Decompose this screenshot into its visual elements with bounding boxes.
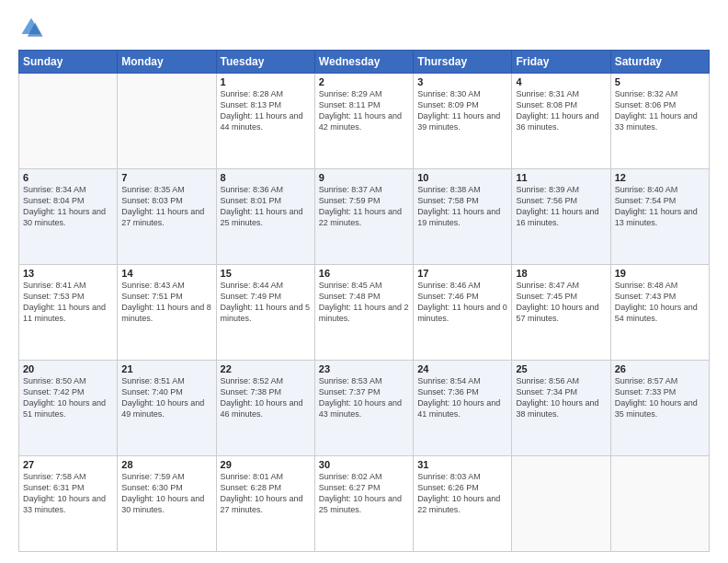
day-number: 3 — [417, 76, 507, 87]
calendar-week-row: 20Sunrise: 8:50 AM Sunset: 7:42 PM Dayli… — [19, 361, 710, 456]
day-info: Sunrise: 8:54 AM Sunset: 7:36 PM Dayligh… — [417, 375, 507, 420]
calendar-header-row: SundayMondayTuesdayWednesdayThursdayFrid… — [19, 51, 710, 74]
day-info: Sunrise: 8:46 AM Sunset: 7:46 PM Dayligh… — [417, 280, 507, 325]
calendar-day-header: Thursday — [414, 51, 512, 74]
calendar-cell: 20Sunrise: 8:50 AM Sunset: 7:42 PM Dayli… — [19, 361, 118, 456]
calendar-cell: 1Sunrise: 8:28 AM Sunset: 8:13 PM Daylig… — [216, 74, 314, 169]
calendar-cell: 15Sunrise: 8:44 AM Sunset: 7:49 PM Dayli… — [216, 265, 314, 361]
day-info: Sunrise: 8:34 AM Sunset: 8:04 PM Dayligh… — [23, 184, 113, 229]
calendar-week-row: 1Sunrise: 8:28 AM Sunset: 8:13 PM Daylig… — [19, 74, 710, 169]
day-info: Sunrise: 8:37 AM Sunset: 7:59 PM Dayligh… — [319, 184, 409, 229]
calendar-cell: 17Sunrise: 8:46 AM Sunset: 7:46 PM Dayli… — [414, 265, 512, 361]
day-info: Sunrise: 8:52 AM Sunset: 7:38 PM Dayligh… — [221, 375, 311, 420]
calendar-cell: 12Sunrise: 8:40 AM Sunset: 7:54 PM Dayli… — [610, 169, 709, 265]
day-number: 14 — [121, 268, 211, 279]
calendar-week-row: 6Sunrise: 8:34 AM Sunset: 8:04 PM Daylig… — [19, 169, 710, 265]
day-number: 1 — [221, 76, 311, 87]
day-number: 30 — [319, 459, 409, 470]
calendar-week-row: 27Sunrise: 7:58 AM Sunset: 6:31 PM Dayli… — [19, 456, 710, 552]
calendar-cell: 25Sunrise: 8:56 AM Sunset: 7:34 PM Dayli… — [512, 361, 610, 456]
day-info: Sunrise: 8:56 AM Sunset: 7:34 PM Dayligh… — [516, 375, 606, 420]
day-info: Sunrise: 8:32 AM Sunset: 8:06 PM Dayligh… — [615, 88, 705, 133]
day-number: 22 — [221, 363, 311, 374]
day-number: 9 — [319, 172, 409, 183]
calendar-cell: 3Sunrise: 8:30 AM Sunset: 8:09 PM Daylig… — [414, 74, 512, 169]
day-info: Sunrise: 7:59 AM Sunset: 6:30 PM Dayligh… — [121, 471, 211, 516]
day-number: 25 — [516, 363, 606, 374]
day-info: Sunrise: 8:50 AM Sunset: 7:42 PM Dayligh… — [23, 375, 113, 420]
day-number: 7 — [121, 172, 211, 183]
day-number: 12 — [615, 172, 705, 183]
calendar-day-header: Friday — [512, 51, 610, 74]
logo — [18, 15, 48, 40]
calendar-day-header: Saturday — [610, 51, 709, 74]
day-number: 19 — [615, 268, 705, 279]
calendar-cell: 2Sunrise: 8:29 AM Sunset: 8:11 PM Daylig… — [314, 74, 413, 169]
day-info: Sunrise: 8:43 AM Sunset: 7:51 PM Dayligh… — [121, 280, 211, 325]
day-number: 28 — [121, 459, 211, 470]
day-info: Sunrise: 8:38 AM Sunset: 7:58 PM Dayligh… — [417, 184, 507, 229]
day-number: 26 — [615, 363, 705, 374]
calendar-cell: 19Sunrise: 8:48 AM Sunset: 7:43 PM Dayli… — [610, 265, 709, 361]
day-number: 5 — [615, 76, 705, 87]
calendar-cell: 30Sunrise: 8:02 AM Sunset: 6:27 PM Dayli… — [314, 456, 413, 552]
day-info: Sunrise: 8:03 AM Sunset: 6:26 PM Dayligh… — [417, 471, 507, 516]
day-number: 20 — [23, 363, 113, 374]
day-number: 17 — [417, 268, 507, 279]
calendar-day-header: Tuesday — [216, 51, 314, 74]
day-number: 13 — [23, 268, 113, 279]
calendar-day-header: Monday — [118, 51, 216, 74]
day-number: 18 — [516, 268, 606, 279]
calendar-table: SundayMondayTuesdayWednesdayThursdayFrid… — [18, 50, 710, 552]
calendar-cell: 11Sunrise: 8:39 AM Sunset: 7:56 PM Dayli… — [512, 169, 610, 265]
day-info: Sunrise: 8:30 AM Sunset: 8:09 PM Dayligh… — [417, 88, 507, 133]
calendar-cell: 18Sunrise: 8:47 AM Sunset: 7:45 PM Dayli… — [512, 265, 610, 361]
day-info: Sunrise: 8:51 AM Sunset: 7:40 PM Dayligh… — [121, 375, 211, 420]
calendar-cell: 23Sunrise: 8:53 AM Sunset: 7:37 PM Dayli… — [314, 361, 413, 456]
day-number: 4 — [516, 76, 606, 87]
calendar-cell: 9Sunrise: 8:37 AM Sunset: 7:59 PM Daylig… — [314, 169, 413, 265]
day-info: Sunrise: 8:57 AM Sunset: 7:33 PM Dayligh… — [615, 375, 705, 420]
day-info: Sunrise: 8:02 AM Sunset: 6:27 PM Dayligh… — [319, 471, 409, 516]
calendar-cell: 6Sunrise: 8:34 AM Sunset: 8:04 PM Daylig… — [19, 169, 118, 265]
day-info: Sunrise: 8:01 AM Sunset: 6:28 PM Dayligh… — [221, 471, 311, 516]
calendar-cell: 22Sunrise: 8:52 AM Sunset: 7:38 PM Dayli… — [216, 361, 314, 456]
day-info: Sunrise: 8:36 AM Sunset: 8:01 PM Dayligh… — [221, 184, 311, 229]
day-info: Sunrise: 8:29 AM Sunset: 8:11 PM Dayligh… — [319, 88, 409, 133]
day-number: 31 — [417, 459, 507, 470]
day-number: 11 — [516, 172, 606, 183]
day-info: Sunrise: 8:31 AM Sunset: 8:08 PM Dayligh… — [516, 88, 606, 133]
day-number: 2 — [319, 76, 409, 87]
day-info: Sunrise: 8:39 AM Sunset: 7:56 PM Dayligh… — [516, 184, 606, 229]
calendar-cell — [118, 74, 216, 169]
calendar-cell: 21Sunrise: 8:51 AM Sunset: 7:40 PM Dayli… — [118, 361, 216, 456]
calendar-cell: 10Sunrise: 8:38 AM Sunset: 7:58 PM Dayli… — [414, 169, 512, 265]
calendar-cell: 26Sunrise: 8:57 AM Sunset: 7:33 PM Dayli… — [610, 361, 709, 456]
day-number: 10 — [417, 172, 507, 183]
logo-icon — [18, 15, 44, 40]
calendar-cell: 14Sunrise: 8:43 AM Sunset: 7:51 PM Dayli… — [118, 265, 216, 361]
day-number: 8 — [221, 172, 311, 183]
day-number: 15 — [221, 268, 311, 279]
day-info: Sunrise: 8:45 AM Sunset: 7:48 PM Dayligh… — [319, 280, 409, 325]
day-info: Sunrise: 7:58 AM Sunset: 6:31 PM Dayligh… — [23, 471, 113, 516]
day-info: Sunrise: 8:47 AM Sunset: 7:45 PM Dayligh… — [516, 280, 606, 325]
day-number: 27 — [23, 459, 113, 470]
day-number: 29 — [221, 459, 311, 470]
day-info: Sunrise: 8:40 AM Sunset: 7:54 PM Dayligh… — [615, 184, 705, 229]
day-number: 21 — [121, 363, 211, 374]
calendar-cell — [512, 456, 610, 552]
calendar-cell: 29Sunrise: 8:01 AM Sunset: 6:28 PM Dayli… — [216, 456, 314, 552]
day-info: Sunrise: 8:35 AM Sunset: 8:03 PM Dayligh… — [121, 184, 211, 229]
calendar-cell: 16Sunrise: 8:45 AM Sunset: 7:48 PM Dayli… — [314, 265, 413, 361]
day-info: Sunrise: 8:53 AM Sunset: 7:37 PM Dayligh… — [319, 375, 409, 420]
calendar-cell: 7Sunrise: 8:35 AM Sunset: 8:03 PM Daylig… — [118, 169, 216, 265]
calendar-cell — [610, 456, 709, 552]
day-info: Sunrise: 8:44 AM Sunset: 7:49 PM Dayligh… — [221, 280, 311, 325]
calendar-cell: 13Sunrise: 8:41 AM Sunset: 7:53 PM Dayli… — [19, 265, 118, 361]
calendar-cell — [19, 74, 118, 169]
calendar-cell: 8Sunrise: 8:36 AM Sunset: 8:01 PM Daylig… — [216, 169, 314, 265]
page: SundayMondayTuesdayWednesdayThursdayFrid… — [0, 0, 728, 563]
day-number: 16 — [319, 268, 409, 279]
day-info: Sunrise: 8:41 AM Sunset: 7:53 PM Dayligh… — [23, 280, 113, 325]
